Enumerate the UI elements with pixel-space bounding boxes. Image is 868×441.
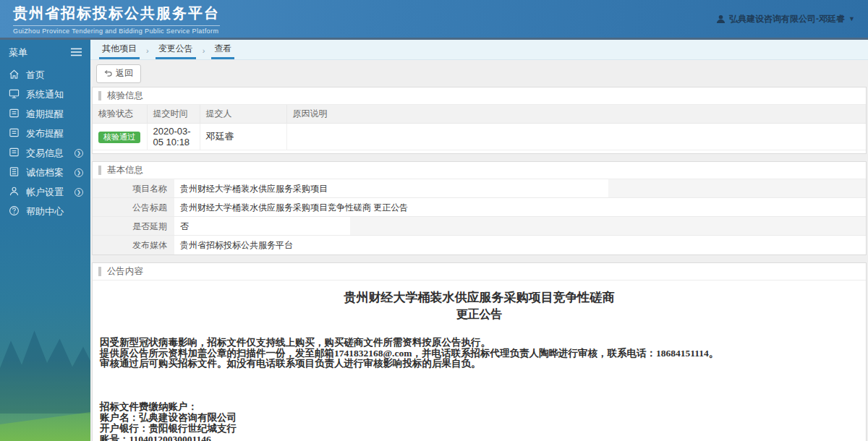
status-badge: 核验通过 [98, 132, 140, 143]
submit-time-cell: 2020-03-05 10:18 [147, 124, 200, 150]
folder-doc-icon [9, 147, 20, 160]
section-title: 基本信息 [107, 164, 143, 176]
sidebar-item-transactions[interactable]: 交易信息 ❯ [0, 143, 90, 163]
info-value: 贵州财经大学桶装水供应服务采购项目 [174, 179, 608, 197]
brand: 贵州省招标投标公共服务平台 GuiZhou Province Tendering… [13, 4, 220, 35]
section-title: 公告内容 [107, 265, 143, 278]
verification-section-header: 核验信息 [93, 87, 866, 105]
info-label: 发布媒体 [93, 236, 174, 254]
user-outline-icon [9, 186, 20, 199]
announcement-document: 贵州财经大学桶装水供应服务采购项目竞争性磋商 更正公告 因受新型冠状病毒影响，招… [93, 281, 866, 441]
user-icon [716, 14, 726, 24]
info-label: 是否延期 [93, 217, 174, 235]
breadcrumb-separator: › [203, 46, 205, 59]
back-arrow-icon [104, 69, 112, 79]
breadcrumb: 其他项目 › 变更公告 › 查看 [90, 40, 868, 60]
breadcrumb-view[interactable]: 查看 [211, 39, 234, 59]
folder-doc-icon [9, 108, 20, 121]
info-label: 项目名称 [93, 179, 174, 197]
reason-cell [286, 124, 866, 150]
sidebar-item-label: 交易信息 [26, 147, 64, 160]
document-body: 因受新型冠状病毒影响，招标文件仅支持线上购买，购买磋商文件所需资料按原公告执行。… [100, 338, 859, 369]
verification-panel: 核验信息 核验状态 提交时间 提交人 原因说明 核验通过 2020-03-05 … [92, 87, 867, 154]
page-title: 贵州省招标投标公共服务平台 [13, 4, 220, 26]
sidebar-item-label: 帮助中心 [26, 205, 64, 218]
announcement-panel: 公告内容 贵州财经大学桶装水供应服务采购项目竞争性磋商 更正公告 因受新型冠状病… [92, 262, 867, 441]
sidebar-mountains-decoration [0, 312, 90, 414]
toolbar: 返回 [90, 60, 868, 87]
sidebar-item-account-settings[interactable]: 帐户设置 ❯ [0, 182, 90, 202]
sidebar-item-help-center[interactable]: 帮助中心 [0, 202, 90, 221]
document-subtitle: 更正公告 [100, 307, 859, 322]
info-label: 公告标题 [93, 198, 174, 216]
sidebar-item-notifications[interactable]: 系统通知 [0, 85, 90, 104]
sidebar-item-label: 系统通知 [26, 88, 64, 101]
table-header-row: 核验状态 提交时间 提交人 原因说明 [93, 105, 866, 124]
folder-doc-icon [9, 127, 20, 140]
section-bar-icon [98, 166, 101, 175]
col-submit-time: 提交时间 [147, 105, 200, 124]
account-line: 账户名：弘典建设咨询有限公司 [100, 412, 859, 423]
body-line: 因受新型冠状病毒影响，招标文件仅支持线上购买，购买磋商文件所需资料按原公告执行。 [100, 338, 859, 348]
body-line: 审核通过后可购买招标文件。如没有电话联系项目负责人进行审核影响投标的后果自负。 [100, 359, 859, 369]
breadcrumb-other-projects[interactable]: 其他项目 [99, 39, 140, 59]
col-submitter: 提交人 [200, 105, 286, 124]
user-name: 弘典建设咨询有限公司-邓廷睿 [729, 13, 845, 25]
payment-account-block: 招标文件费缴纳账户： 账户名：弘典建设咨询有限公司 开户银行：贵阳银行世纪城支行… [100, 401, 859, 441]
col-verify-status: 核验状态 [93, 105, 147, 124]
sidebar-item-publish-reminder[interactable]: 发布提醒 [0, 124, 90, 143]
section-bar-icon [98, 91, 101, 100]
home-icon [9, 69, 20, 82]
account-line: 招标文件费缴纳账户： [100, 401, 859, 412]
info-row-announcement-title: 公告标题 贵州财经大学桶装水供应服务采购项目竞争性磋商 更正公告 [93, 198, 866, 217]
chevron-right-icon: ❯ [75, 149, 83, 158]
back-button[interactable]: 返回 [96, 64, 141, 83]
app-header: 贵州省招标投标公共服务平台 GuiZhou Province Tendering… [0, 0, 868, 40]
sidebar-item-label: 帐户设置 [26, 186, 64, 199]
sidebar-item-home[interactable]: 首页 [0, 65, 90, 85]
sidebar-item-label: 发布提醒 [26, 127, 64, 140]
user-menu[interactable]: 弘典建设咨询有限公司-邓廷睿 ▼ [716, 13, 855, 25]
sidebar: 菜单 首页 系统通知 逾期提醒 发布提醒 [0, 40, 90, 441]
document-title: 贵州财经大学桶装水供应服务采购项目竞争性磋商 [100, 289, 859, 306]
announcement-section-header: 公告内容 [93, 263, 866, 281]
submitter-cell: 邓廷睿 [200, 124, 286, 150]
info-value: 贵州财经大学桶装水供应服务采购项目竞争性磋商 更正公告 [174, 198, 866, 216]
body-line: 提供原公告所示资料加盖公章的扫描件一份，发至邮箱1741832168@.com，… [100, 348, 859, 359]
info-value: 否 [174, 217, 350, 235]
sidebar-item-label: 诚信档案 [26, 166, 64, 179]
sidebar-item-overdue-reminder[interactable]: 逾期提醒 [0, 104, 90, 124]
account-line: 开户银行：贵阳银行世纪城支行 [100, 423, 859, 434]
info-row-postponed: 是否延期 否 [93, 217, 866, 236]
section-bar-icon [98, 267, 101, 276]
breadcrumb-separator: › [146, 46, 149, 59]
verification-table: 核验状态 提交时间 提交人 原因说明 核验通过 2020-03-05 10:18… [93, 105, 866, 150]
info-value: 贵州省招标投标公共服务平台 [174, 236, 866, 254]
panel-padding [93, 150, 866, 153]
sidebar-item-label: 逾期提醒 [26, 108, 64, 121]
account-line: 账号：11040120030001146 [100, 434, 859, 441]
page-subtitle: GuiZhou Province Tendering and Bidding P… [13, 27, 220, 35]
sidebar-item-integrity-archive[interactable]: 诚信档案 ❯ [0, 163, 90, 182]
sidebar-item-label: 首页 [26, 69, 45, 82]
monitor-icon [9, 88, 20, 101]
hamburger-icon[interactable] [71, 48, 82, 59]
table-row: 核验通过 2020-03-05 10:18 邓廷睿 [93, 124, 866, 150]
basic-info-panel: 基本信息 项目名称 贵州财经大学桶装水供应服务采购项目 公告标题 贵州财经大学桶… [92, 161, 867, 255]
back-button-label: 返回 [116, 67, 133, 80]
chevron-right-icon: ❯ [75, 168, 83, 177]
section-title: 核验信息 [107, 90, 143, 102]
info-row-project-name: 项目名称 贵州财经大学桶装水供应服务采购项目 [93, 179, 866, 198]
chevron-down-icon: ▼ [848, 15, 855, 22]
main-content: 其他项目 › 变更公告 › 查看 返回 核验信息 核验状态 提交时间 提交人 [90, 40, 868, 441]
sidebar-menu-header: 菜单 [0, 40, 90, 65]
question-icon [9, 205, 20, 218]
breadcrumb-change-announcement[interactable]: 变更公告 [156, 39, 196, 59]
list-icon [9, 166, 20, 179]
info-row-publish-media: 发布媒体 贵州省招标投标公共服务平台 [93, 236, 866, 254]
sidebar-field-decoration [0, 411, 90, 441]
chevron-right-icon: ❯ [75, 188, 83, 197]
verify-status-cell: 核验通过 [93, 124, 147, 150]
sidebar-nav: 首页 系统通知 逾期提醒 发布提醒 交易信息 ❯ [0, 65, 90, 221]
basic-info-section-header: 基本信息 [93, 162, 866, 179]
